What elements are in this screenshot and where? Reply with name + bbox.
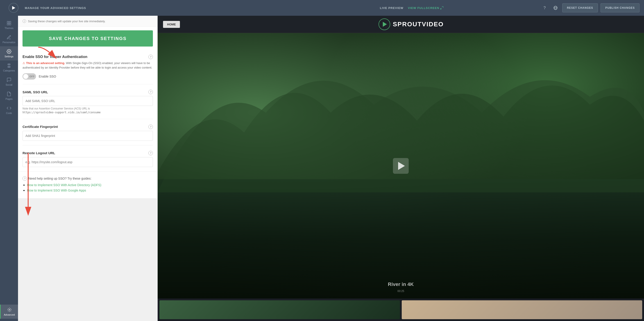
globe-icon [553, 6, 558, 10]
settings-label: Settings [4, 55, 14, 58]
sv-brand-name: SPROUTVIDEO [393, 21, 444, 28]
settings-icon [6, 49, 12, 54]
sidebar-item-categories[interactable]: Categories [0, 60, 18, 75]
globe-button[interactable] [552, 4, 560, 12]
live-preview-label: LIVE PREVIEW [380, 6, 403, 10]
cert-fingerprint-group: Certificate Fingerprint ? [22, 125, 153, 141]
main-layout: Themes Personalize Settings Categories S [0, 16, 644, 321]
list-item: How to Implement SSO With Active Directo… [27, 183, 153, 187]
sso-title: Enable SSO for Viewer Authentication [22, 55, 87, 59]
sidebar-item-advanced[interactable]: Advanced [0, 305, 18, 319]
saml-section: SAML SSO URL ? Note that our Assertion C… [18, 85, 158, 114]
svg-point-8 [8, 64, 9, 65]
divider-3 [22, 145, 153, 146]
sidebar-item-personalize[interactable]: Personalize [0, 32, 18, 46]
sso-header: Enable SSO for Viewer Authentication ? [22, 55, 153, 59]
sv-header: HOME SPROUTVIDEO [158, 16, 644, 33]
saml-url-input[interactable] [22, 96, 153, 106]
settings-info-bar: i Saving these changes will update your … [18, 16, 158, 27]
sso-toggle-row: OFF Enable SSO [22, 73, 153, 80]
pages-icon [6, 92, 12, 96]
sidebar-item-themes[interactable]: Themes [0, 18, 18, 32]
top-header: MANAGE YOUR ADVANCED SETTINGS LIVE PREVI… [0, 0, 644, 16]
sv-hero[interactable]: River in 4K 00:25 [158, 33, 644, 299]
svg-point-10 [8, 66, 9, 68]
sidebar-item-social[interactable]: Social [0, 75, 18, 89]
categories-label: Categories [3, 69, 15, 72]
preview-panel: HOME SPROUTVIDEO [158, 16, 644, 321]
sv-thumb-2[interactable] [402, 300, 642, 319]
pages-label: Pages [6, 98, 12, 100]
info-icon: i [22, 19, 26, 23]
advanced-icon [7, 307, 12, 312]
sv-water [158, 179, 644, 299]
play-icon [12, 6, 15, 10]
settings-wrapper: i Saving these changes will update your … [18, 16, 158, 321]
code-icon [6, 106, 12, 111]
sidebar-item-pages[interactable]: Pages [0, 89, 18, 103]
sidebar-item-code[interactable]: Code [0, 103, 18, 117]
help-section: ? Need help setting up SSO? Try these gu… [18, 171, 158, 198]
divider-1 [22, 84, 153, 84]
acs-url: https://sproutvideo-support.vids.io/saml… [22, 111, 101, 114]
settings-panel: i Saving these changes will update your … [18, 16, 158, 198]
warning-prefix: This is an advanced setting. [26, 61, 65, 65]
svg-rect-6 [9, 23, 11, 25]
svg-point-11 [9, 64, 10, 65]
warning-icon: ⚠ [22, 61, 25, 65]
social-icon [6, 77, 12, 82]
sv-thumbnails [158, 299, 644, 321]
header-center: LIVE PREVIEW VIEW FULLSCREEN [282, 6, 540, 10]
sv-hero-play-icon [398, 162, 405, 170]
publish-changes-button[interactable]: PUBLISH CHANGES [600, 3, 640, 12]
svg-point-9 [9, 66, 10, 68]
google-apps-link[interactable]: How to Implement SSO With Google Apps [27, 189, 86, 192]
saml-url-note: Note that our Assertion Consumer Service… [22, 107, 153, 114]
toggle-slider: OFF [22, 73, 36, 80]
sv-thumb-1[interactable] [160, 300, 400, 319]
help-links-list: How to Implement SSO With Active Directo… [22, 183, 153, 192]
view-fullscreen-button[interactable]: VIEW FULLSCREEN [408, 6, 443, 10]
logout-section: Remote Logout URL ? [18, 146, 158, 167]
adfs-link[interactable]: How to Implement SSO With Active Directo… [27, 183, 101, 187]
sv-play-overlay[interactable] [393, 158, 409, 174]
toggle-label: Enable SSO [39, 75, 56, 78]
sso-toggle[interactable]: OFF [22, 73, 36, 80]
code-label: Code [6, 112, 12, 114]
reset-changes-button[interactable]: RESET CHANGES [562, 3, 598, 12]
svg-rect-5 [7, 23, 9, 25]
sv-site: HOME SPROUTVIDEO [158, 16, 644, 321]
sso-section: Enable SSO for Viewer Authentication ? ⚠… [18, 50, 158, 80]
saml-url-label: SAML SSO URL ? [22, 90, 153, 94]
page-title: MANAGE YOUR ADVANCED SETTINGS [22, 6, 282, 10]
remote-logout-label: Remote Logout URL ? [22, 151, 153, 155]
sv-play-icon [383, 22, 387, 27]
sv-video-duration: 00:25 [398, 290, 404, 293]
svg-rect-4 [9, 21, 11, 23]
logo-area [4, 3, 22, 13]
sso-help-icon[interactable]: ? [148, 55, 153, 59]
cert-fingerprint-label: Certificate Fingerprint ? [22, 125, 153, 129]
remote-logout-group: Remote Logout URL ? [22, 151, 153, 167]
save-changes-button[interactable]: SAVE CHANGES TO SETTINGS [22, 30, 153, 46]
help-button[interactable]: ? [541, 4, 549, 12]
sv-logo-area: SPROUTVIDEO [184, 18, 638, 30]
cert-fingerprint-input[interactable] [22, 131, 153, 141]
sv-logo-circle [378, 18, 390, 30]
toggle-off-label: OFF [30, 75, 35, 78]
logo-icon [8, 3, 18, 13]
logout-help-icon[interactable]: ? [148, 151, 153, 155]
info-text: Saving these changes will update your li… [28, 19, 106, 23]
sv-home-button[interactable]: HOME [163, 21, 180, 28]
saml-help-icon[interactable]: ? [148, 90, 153, 94]
categories-icon [6, 63, 12, 68]
svg-point-12 [9, 309, 10, 310]
sidebar: Themes Personalize Settings Categories S [0, 16, 18, 321]
cert-help-icon[interactable]: ? [148, 125, 153, 129]
remote-logout-input[interactable] [22, 157, 153, 167]
personalize-icon [6, 35, 12, 40]
help-title: ? Need help setting up SSO? Try these gu… [22, 176, 153, 181]
sidebar-item-settings[interactable]: Settings [0, 46, 18, 60]
svg-point-7 [8, 51, 10, 52]
fullscreen-icon [440, 6, 443, 9]
